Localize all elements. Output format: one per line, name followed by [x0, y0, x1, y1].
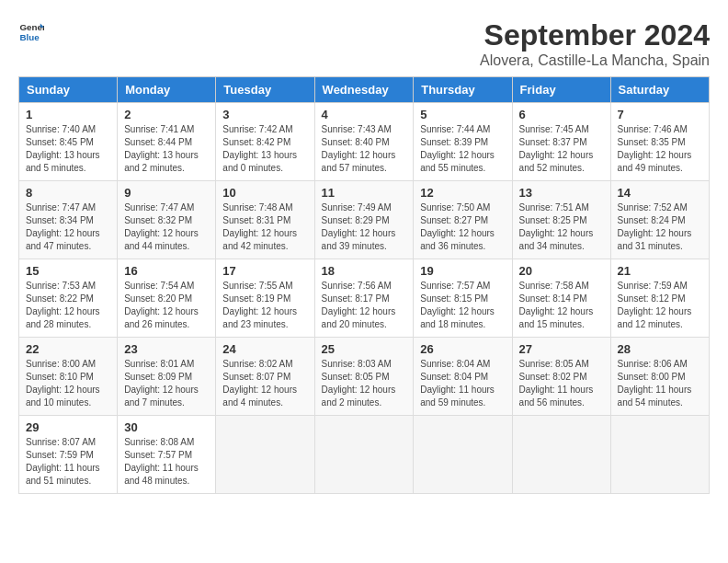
- day-number: 3: [222, 108, 307, 121]
- calendar: Sunday Monday Tuesday Wednesday Thursday…: [18, 76, 710, 494]
- day-detail: Sunrise: 7:51 AMSunset: 8:25 PMDaylight:…: [519, 201, 604, 253]
- day-number: 25: [322, 342, 407, 356]
- calendar-cell: 4Sunrise: 7:43 AMSunset: 8:40 PMDaylight…: [314, 103, 414, 181]
- day-number: 13: [519, 186, 604, 200]
- calendar-cell: 14Sunrise: 7:52 AMSunset: 8:24 PMDayligh…: [610, 181, 709, 259]
- calendar-cell: 28Sunrise: 8:06 AMSunset: 8:00 PMDayligh…: [610, 338, 709, 416]
- day-detail: Sunrise: 7:59 AMSunset: 8:12 PMDaylight:…: [618, 280, 702, 331]
- calendar-cell: 24Sunrise: 8:02 AMSunset: 8:07 PMDayligh…: [216, 338, 314, 416]
- calendar-cell: [216, 416, 314, 494]
- week-row-1: 1Sunrise: 7:40 AMSunset: 8:45 PMDaylight…: [19, 103, 710, 181]
- calendar-cell: 19Sunrise: 7:57 AMSunset: 8:15 PMDayligh…: [414, 259, 512, 338]
- day-detail: Sunrise: 7:52 AMSunset: 8:24 PMDaylight:…: [618, 201, 702, 253]
- subtitle: Alovera, Castille-La Mancha, Spain: [480, 52, 710, 69]
- calendar-cell: 17Sunrise: 7:55 AMSunset: 8:19 PMDayligh…: [216, 259, 314, 338]
- day-detail: Sunrise: 8:08 AMSunset: 7:57 PMDaylight:…: [124, 436, 209, 488]
- day-detail: Sunrise: 7:44 AMSunset: 8:39 PMDaylight:…: [420, 123, 505, 175]
- calendar-cell: [314, 416, 414, 494]
- header-saturday: Saturday: [610, 77, 709, 103]
- week-row-4: 22Sunrise: 8:00 AMSunset: 8:10 PMDayligh…: [19, 338, 710, 416]
- day-detail: Sunrise: 8:07 AMSunset: 7:59 PMDaylight:…: [26, 436, 110, 488]
- day-detail: Sunrise: 7:43 AMSunset: 8:40 PMDaylight:…: [322, 123, 407, 175]
- week-row-3: 15Sunrise: 7:53 AMSunset: 8:22 PMDayligh…: [19, 259, 710, 338]
- header: General Blue September 2024 Alovera, Cas…: [18, 18, 710, 69]
- logo: General Blue: [18, 18, 44, 44]
- day-detail: Sunrise: 7:47 AMSunset: 8:34 PMDaylight:…: [26, 201, 110, 253]
- day-number: 23: [124, 342, 209, 356]
- day-detail: Sunrise: 7:49 AMSunset: 8:29 PMDaylight:…: [322, 201, 407, 253]
- header-friday: Friday: [512, 77, 610, 103]
- calendar-cell: 26Sunrise: 8:04 AMSunset: 8:04 PMDayligh…: [414, 338, 512, 416]
- day-number: 11: [322, 186, 407, 200]
- calendar-cell: 9Sunrise: 7:47 AMSunset: 8:32 PMDaylight…: [118, 181, 216, 259]
- svg-text:Blue: Blue: [19, 32, 40, 42]
- calendar-cell: [512, 416, 610, 494]
- day-number: 4: [322, 108, 407, 121]
- day-number: 15: [26, 264, 110, 278]
- day-number: 10: [222, 186, 307, 200]
- day-number: 12: [420, 186, 505, 200]
- day-detail: Sunrise: 7:40 AMSunset: 8:45 PMDaylight:…: [26, 123, 110, 175]
- day-detail: Sunrise: 8:03 AMSunset: 8:05 PMDaylight:…: [322, 358, 407, 409]
- header-sunday: Sunday: [19, 77, 118, 103]
- day-number: 6: [519, 108, 604, 121]
- calendar-cell: 15Sunrise: 7:53 AMSunset: 8:22 PMDayligh…: [19, 259, 118, 338]
- day-detail: Sunrise: 7:48 AMSunset: 8:31 PMDaylight:…: [222, 201, 307, 253]
- main-title: September 2024: [480, 18, 710, 52]
- day-number: 2: [124, 108, 209, 121]
- day-number: 19: [420, 264, 505, 278]
- calendar-cell: 21Sunrise: 7:59 AMSunset: 8:12 PMDayligh…: [610, 259, 709, 338]
- day-number: 21: [618, 264, 702, 278]
- calendar-cell: 30Sunrise: 8:08 AMSunset: 7:57 PMDayligh…: [118, 416, 216, 494]
- day-number: 16: [124, 264, 209, 278]
- day-detail: Sunrise: 7:53 AMSunset: 8:22 PMDaylight:…: [26, 280, 110, 331]
- calendar-cell: 22Sunrise: 8:00 AMSunset: 8:10 PMDayligh…: [19, 338, 118, 416]
- day-number: 7: [618, 108, 702, 121]
- day-detail: Sunrise: 8:05 AMSunset: 8:02 PMDaylight:…: [519, 358, 604, 409]
- day-number: 28: [618, 342, 702, 356]
- day-number: 27: [519, 342, 604, 356]
- calendar-cell: 18Sunrise: 7:56 AMSunset: 8:17 PMDayligh…: [314, 259, 414, 338]
- calendar-cell: 11Sunrise: 7:49 AMSunset: 8:29 PMDayligh…: [314, 181, 414, 259]
- day-detail: Sunrise: 8:00 AMSunset: 8:10 PMDaylight:…: [26, 358, 110, 409]
- day-detail: Sunrise: 7:58 AMSunset: 8:14 PMDaylight:…: [519, 280, 604, 331]
- week-row-2: 8Sunrise: 7:47 AMSunset: 8:34 PMDaylight…: [19, 181, 710, 259]
- calendar-cell: 8Sunrise: 7:47 AMSunset: 8:34 PMDaylight…: [19, 181, 118, 259]
- calendar-cell: 10Sunrise: 7:48 AMSunset: 8:31 PMDayligh…: [216, 181, 314, 259]
- day-number: 8: [26, 186, 110, 200]
- header-thursday: Thursday: [414, 77, 512, 103]
- calendar-cell: [610, 416, 709, 494]
- day-detail: Sunrise: 7:47 AMSunset: 8:32 PMDaylight:…: [124, 201, 209, 253]
- day-detail: Sunrise: 7:57 AMSunset: 8:15 PMDaylight:…: [420, 280, 505, 331]
- day-detail: Sunrise: 7:46 AMSunset: 8:35 PMDaylight:…: [618, 123, 702, 175]
- day-detail: Sunrise: 7:56 AMSunset: 8:17 PMDaylight:…: [322, 280, 407, 331]
- day-number: 20: [519, 264, 604, 278]
- calendar-cell: 5Sunrise: 7:44 AMSunset: 8:39 PMDaylight…: [414, 103, 512, 181]
- calendar-cell: 1Sunrise: 7:40 AMSunset: 8:45 PMDaylight…: [19, 103, 118, 181]
- day-detail: Sunrise: 7:42 AMSunset: 8:42 PMDaylight:…: [222, 123, 307, 175]
- day-number: 17: [222, 264, 307, 278]
- calendar-cell: 6Sunrise: 7:45 AMSunset: 8:37 PMDaylight…: [512, 103, 610, 181]
- calendar-cell: 23Sunrise: 8:01 AMSunset: 8:09 PMDayligh…: [118, 338, 216, 416]
- header-monday: Monday: [118, 77, 216, 103]
- day-number: 18: [322, 264, 407, 278]
- header-wednesday: Wednesday: [314, 77, 414, 103]
- day-detail: Sunrise: 7:45 AMSunset: 8:37 PMDaylight:…: [519, 123, 604, 175]
- title-section: September 2024 Alovera, Castille-La Manc…: [480, 18, 710, 69]
- calendar-header-row: Sunday Monday Tuesday Wednesday Thursday…: [19, 77, 710, 103]
- day-detail: Sunrise: 8:04 AMSunset: 8:04 PMDaylight:…: [420, 358, 505, 409]
- calendar-cell: 2Sunrise: 7:41 AMSunset: 8:44 PMDaylight…: [118, 103, 216, 181]
- calendar-cell: [414, 416, 512, 494]
- calendar-cell: 16Sunrise: 7:54 AMSunset: 8:20 PMDayligh…: [118, 259, 216, 338]
- day-number: 14: [618, 186, 702, 200]
- day-number: 9: [124, 186, 209, 200]
- calendar-cell: 27Sunrise: 8:05 AMSunset: 8:02 PMDayligh…: [512, 338, 610, 416]
- day-detail: Sunrise: 7:54 AMSunset: 8:20 PMDaylight:…: [124, 280, 209, 331]
- day-detail: Sunrise: 7:41 AMSunset: 8:44 PMDaylight:…: [124, 123, 209, 175]
- day-detail: Sunrise: 7:55 AMSunset: 8:19 PMDaylight:…: [222, 280, 307, 331]
- day-detail: Sunrise: 8:01 AMSunset: 8:09 PMDaylight:…: [124, 358, 209, 409]
- day-number: 30: [124, 420, 209, 434]
- header-tuesday: Tuesday: [216, 77, 314, 103]
- calendar-cell: 29Sunrise: 8:07 AMSunset: 7:59 PMDayligh…: [19, 416, 118, 494]
- day-number: 24: [222, 342, 307, 356]
